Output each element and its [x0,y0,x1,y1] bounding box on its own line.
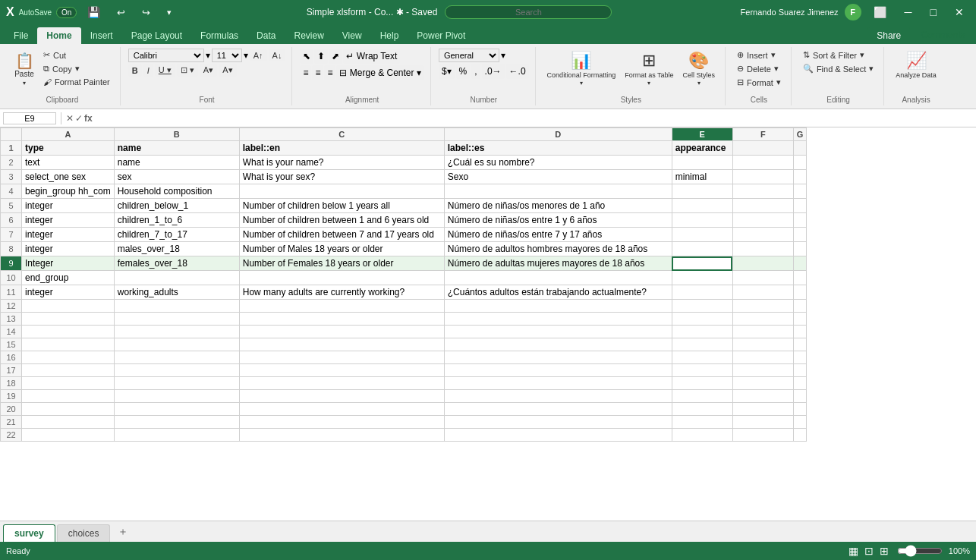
cell-g12[interactable] [793,300,807,313]
cell-f9[interactable] [732,256,793,271]
add-sheet-button[interactable]: ＋ [112,522,134,542]
format-painter-button[interactable]: 🖌 Format Painter [39,76,114,88]
find-select-button[interactable]: 🔍 Find & Select ▾ [799,62,877,75]
cell-g1[interactable] [793,141,807,156]
cell-g17[interactable] [793,364,807,377]
currency-button[interactable]: $▾ [439,64,455,79]
fill-color-button[interactable]: A▾ [200,64,217,77]
cell-d5[interactable]: Número de niñas/os menores de 1 año [444,199,672,213]
cell-c15[interactable] [239,338,444,351]
col-header-g[interactable]: G [793,128,807,141]
cell-c7[interactable]: Number of children between 7 and 17 year… [239,228,444,242]
cell-b7[interactable]: children_7_to_17 [114,228,239,242]
sheet-tab-survey[interactable]: survey [3,524,55,542]
align-center-button[interactable]: ≡ [312,65,323,80]
cell-c1[interactable]: label::en [239,141,444,156]
cell-c19[interactable] [239,390,444,403]
sort-filter-button[interactable]: ⇅ Sort & Filter ▾ [799,49,877,61]
cell-e10[interactable] [672,271,732,285]
cell-d8[interactable]: Número de adultos hombres mayores de 18 … [444,242,672,256]
cell-b13[interactable] [114,313,239,326]
tab-home[interactable]: Home [37,27,80,44]
cell-styles-button[interactable]: 🎨 Cell Styles ▾ [679,49,719,89]
tab-page-layout[interactable]: Page Layout [122,27,191,44]
cell-e7[interactable] [672,228,732,242]
cell-e2[interactable] [672,156,732,170]
cell-d1[interactable]: label::es [444,141,672,156]
analyze-data-button[interactable]: 📈 Analyze Data [892,49,940,81]
cell-e15[interactable] [672,338,732,351]
cell-d12[interactable] [444,300,672,313]
cell-g13[interactable] [793,313,807,326]
delete-button[interactable]: ⊖ Delete ▾ [733,62,785,75]
cell-g19[interactable] [793,390,807,403]
conditional-formatting-button[interactable]: 📊 Conditional Formatting ▾ [543,49,620,89]
cell-e3[interactable]: minimal [672,170,732,184]
cell-a17[interactable] [22,364,115,377]
cell-f7[interactable] [732,228,793,242]
cell-g8[interactable] [793,242,807,256]
comments-button[interactable]: Comments [913,26,974,44]
cell-d21[interactable] [444,416,672,429]
col-header-f[interactable]: F [732,128,793,141]
cell-g3[interactable] [793,170,807,184]
cell-c13[interactable] [239,313,444,326]
cell-g15[interactable] [793,338,807,351]
cancel-formula-icon[interactable]: ✕ [66,113,74,124]
tab-help[interactable]: Help [371,27,408,44]
cell-c17[interactable] [239,364,444,377]
cell-b12[interactable] [114,300,239,313]
cell-c18[interactable] [239,377,444,390]
tab-view[interactable]: View [333,27,371,44]
cell-d11[interactable]: ¿Cuántos adultos están trabajando actual… [444,285,672,300]
normal-view-button[interactable]: ▦ [846,544,861,558]
cell-b19[interactable] [114,390,239,403]
paste-button[interactable]: 📋 Paste ▾ [11,49,38,91]
increase-decimal-button[interactable]: .0→ [482,64,505,79]
col-header-d[interactable]: D [444,128,672,141]
cell-b20[interactable] [114,403,239,416]
cell-c14[interactable] [239,326,444,338]
cell-b18[interactable] [114,377,239,390]
cell-g7[interactable] [793,228,807,242]
cell-b10[interactable] [114,271,239,285]
cell-d15[interactable] [444,338,672,351]
align-top-center-button[interactable]: ⬆ [314,49,328,64]
cell-f19[interactable] [732,390,793,403]
cell-f18[interactable] [732,377,793,390]
cell-c11[interactable]: How many adults are currently working? [239,285,444,300]
cell-d13[interactable] [444,313,672,326]
cell-g20[interactable] [793,403,807,416]
cell-b3[interactable]: sex [114,170,239,184]
cell-b5[interactable]: children_below_1 [114,199,239,213]
cell-b9[interactable]: females_over_18 [114,256,239,271]
cell-a20[interactable] [22,403,115,416]
align-right-button[interactable]: ≡ [324,65,335,80]
customize-icon[interactable]: ▾ [161,6,178,19]
cell-d16[interactable] [444,351,672,364]
cell-c16[interactable] [239,351,444,364]
cell-c5[interactable]: Number of children below 1 years all [239,199,444,213]
cell-c12[interactable] [239,300,444,313]
redo-icon[interactable]: ↪ [136,5,156,20]
cell-e19[interactable] [672,390,732,403]
cell-a7[interactable]: integer [22,228,115,242]
share-button[interactable]: Share [867,27,910,44]
cell-f17[interactable] [732,364,793,377]
cell-g9[interactable] [793,256,807,271]
cell-g4[interactable] [793,184,807,199]
cell-a15[interactable] [22,338,115,351]
font-name-select[interactable]: Calibri [128,49,204,62]
cell-e5[interactable] [672,199,732,213]
cell-a14[interactable] [22,326,115,338]
page-break-view-button[interactable]: ⊞ [877,544,891,558]
font-size-select[interactable]: 11 [212,49,242,62]
cell-e17[interactable] [672,364,732,377]
cell-a12[interactable] [22,300,115,313]
cell-a5[interactable]: integer [22,199,115,213]
cell-g22[interactable] [793,429,807,442]
col-header-c[interactable]: C [239,128,444,141]
cell-a9[interactable]: Integer [22,256,115,271]
cell-f1[interactable] [732,141,793,156]
cell-e16[interactable] [672,351,732,364]
